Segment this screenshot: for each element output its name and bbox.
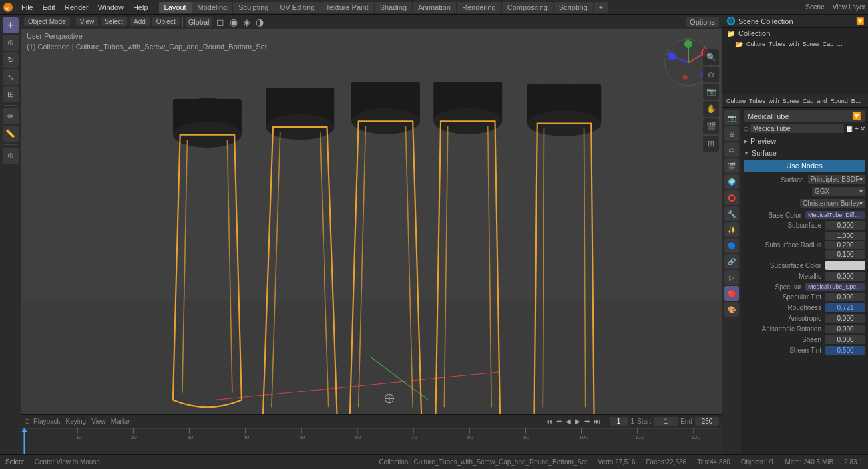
vp-select-menu[interactable]: Select bbox=[101, 17, 127, 26]
props-scene[interactable]: 🎬 bbox=[724, 158, 739, 173]
vp-view-menu[interactable]: View bbox=[76, 17, 99, 26]
viewport-camera[interactable]: 📷 bbox=[703, 84, 719, 100]
menu-help[interactable]: Help bbox=[129, 2, 152, 13]
props-world[interactable]: 🌍 bbox=[724, 174, 739, 189]
props-data[interactable]: ▷ bbox=[724, 270, 739, 285]
status-center-view[interactable]: Center View to Mouse bbox=[35, 458, 100, 466]
mat-del-icon[interactable]: ✕ bbox=[860, 125, 865, 132]
global-dropdown[interactable]: Global bbox=[186, 17, 212, 27]
keying-menu[interactable]: Keying bbox=[66, 418, 87, 425]
ss-radius-b[interactable]: 0.100 bbox=[825, 250, 865, 259]
viewport-shading-solid[interactable]: ◉ bbox=[228, 17, 239, 27]
shader-dropdown[interactable]: Principled BSDF ▾ bbox=[808, 175, 865, 184]
tab-uv-editing[interactable]: UV Editing bbox=[274, 2, 320, 13]
vp-object-menu[interactable]: Object bbox=[152, 17, 180, 26]
tab-animation[interactable]: Animation bbox=[413, 2, 456, 13]
viewport-perspective[interactable]: 🎬 bbox=[703, 118, 719, 134]
props-output[interactable]: 🖨 bbox=[724, 126, 739, 141]
mat-new-icon[interactable]: + bbox=[855, 125, 859, 132]
props-constraints[interactable]: 🔗 bbox=[724, 254, 739, 269]
sheen-value[interactable]: 0.000 bbox=[825, 335, 865, 344]
status-select[interactable]: Select bbox=[5, 458, 24, 466]
end-frame-input[interactable] bbox=[695, 417, 719, 426]
timeline-content[interactable]: 10 20 30 40 50 60 70 80 bbox=[21, 428, 722, 454]
menu-render[interactable]: Render bbox=[61, 2, 93, 13]
props-texture[interactable]: 🎨 bbox=[724, 302, 739, 317]
jump-start[interactable]: ⏮ bbox=[544, 418, 554, 425]
step-back[interactable]: ⬅ bbox=[555, 418, 563, 425]
jump-end[interactable]: ⏭ bbox=[592, 418, 602, 425]
view-menu-timeline[interactable]: View bbox=[91, 418, 106, 425]
viewport-zoom-in[interactable]: 🔍 bbox=[703, 49, 719, 65]
material-name-row[interactable]: MedicalTube 🔽 bbox=[744, 110, 865, 122]
anisotropic-value[interactable]: 0.000 bbox=[825, 314, 865, 323]
tool-move[interactable]: ⊕ bbox=[3, 35, 19, 51]
mat-copy-icon[interactable]: 📋 bbox=[845, 125, 853, 132]
props-physics[interactable]: 🔵 bbox=[724, 238, 739, 253]
menu-file[interactable]: File bbox=[17, 2, 37, 13]
surface-section-header[interactable]: ▼ Surface bbox=[744, 148, 865, 158]
base-color-value[interactable]: MedicalTube_Diffuse... bbox=[805, 211, 865, 219]
tab-texture-paint[interactable]: Texture Paint bbox=[320, 2, 373, 13]
tool-rotate[interactable]: ↻ bbox=[3, 52, 19, 68]
viewport-grid[interactable]: ⊞ bbox=[703, 136, 719, 152]
tab-shading[interactable]: Shading bbox=[375, 2, 412, 13]
anisotropic-rotation-value[interactable]: 0.000 bbox=[825, 325, 865, 333]
options-menu[interactable]: Options bbox=[686, 17, 719, 27]
viewport-zoom-out[interactable]: ⊖ bbox=[703, 67, 719, 82]
material-slot-name[interactable]: MedicalTube bbox=[750, 124, 844, 133]
tool-scale[interactable]: ⤡ bbox=[3, 69, 19, 85]
specular-tint-value[interactable]: 0.000 bbox=[825, 293, 865, 301]
play-reverse[interactable]: ◀ bbox=[564, 418, 572, 425]
viewport-shading-render[interactable]: ◑ bbox=[254, 17, 265, 27]
tab-scripting[interactable]: Scripting bbox=[554, 2, 593, 13]
tool-cursor[interactable]: ✛ bbox=[3, 17, 19, 33]
step-forward[interactable]: ➡ bbox=[583, 418, 591, 425]
tab-sculpting[interactable]: Sculpting bbox=[233, 2, 274, 13]
menu-window[interactable]: Window bbox=[94, 2, 128, 13]
props-material[interactable]: 🔴 bbox=[724, 286, 739, 301]
ss-radius-g[interactable]: 0.200 bbox=[825, 241, 865, 249]
viewport-shading-look[interactable]: ◈ bbox=[242, 17, 252, 27]
tab-rendering[interactable]: Rendering bbox=[457, 2, 501, 13]
mat-browse-icon[interactable]: 🔽 bbox=[852, 112, 861, 120]
metallic-value[interactable]: 0.000 bbox=[825, 272, 865, 281]
tool-add[interactable]: ⊕ bbox=[3, 148, 19, 164]
props-render[interactable]: 📷 bbox=[724, 110, 739, 125]
props-particles[interactable]: ✨ bbox=[724, 222, 739, 237]
props-view-layer[interactable]: 🗂 bbox=[724, 142, 739, 157]
vp-add-menu[interactable]: Add bbox=[130, 17, 150, 26]
ss-radius-r[interactable]: 1.000 bbox=[825, 232, 865, 240]
sheen-tint-value[interactable]: 0.500 bbox=[825, 346, 865, 355]
distribution-dropdown[interactable]: GGX ▾ bbox=[812, 187, 865, 196]
start-frame-input[interactable] bbox=[654, 417, 678, 426]
tool-transform[interactable]: ⊞ bbox=[3, 86, 19, 102]
viewport-3d[interactable]: User Perspective (1) Collection | Cultur… bbox=[21, 29, 722, 414]
preview-section[interactable]: ▶ Preview bbox=[744, 136, 865, 146]
multiscatter-dropdown[interactable]: Christensen-Burley ▾ bbox=[800, 199, 865, 208]
marker-menu[interactable]: Marker bbox=[111, 418, 132, 425]
tool-annotate[interactable]: ✏ bbox=[3, 108, 19, 124]
outliner-filter[interactable]: 🔽 bbox=[856, 17, 864, 25]
subsurface-value[interactable]: 0.000 bbox=[825, 221, 865, 230]
tab-add[interactable]: + bbox=[594, 2, 608, 13]
tab-layout[interactable]: Layout bbox=[159, 2, 192, 13]
props-modifier[interactable]: 🔧 bbox=[724, 206, 739, 221]
playback-menu[interactable]: Playback bbox=[33, 418, 61, 425]
menu-edit[interactable]: Edit bbox=[39, 2, 59, 13]
use-nodes-button[interactable]: Use Nodes bbox=[744, 160, 865, 172]
props-object[interactable]: ⭕ bbox=[724, 190, 739, 205]
tool-measure[interactable]: 📏 bbox=[3, 126, 19, 142]
play[interactable]: ▶ bbox=[574, 418, 582, 425]
outliner-scene-collection[interactable]: 📁 Collection bbox=[722, 28, 868, 39]
viewport-hand[interactable]: ✋ bbox=[703, 101, 719, 117]
outliner-collection[interactable]: 📂 Culture_Tubes_with_Screw_Cap_and_Round… bbox=[730, 39, 868, 49]
specular-value[interactable]: MedicalTube_Specul... bbox=[805, 283, 865, 291]
roughness-value[interactable]: 0.721 bbox=[825, 303, 865, 312]
timeline-icon[interactable]: ⏱ bbox=[24, 418, 31, 425]
viewport-shading-wire[interactable]: ◻ bbox=[215, 17, 226, 27]
tab-compositing[interactable]: Compositing bbox=[502, 2, 553, 13]
subsurface-color-swatch[interactable] bbox=[825, 261, 865, 270]
mode-selector[interactable]: Object Mode bbox=[24, 17, 70, 26]
current-frame-input[interactable] bbox=[610, 417, 628, 426]
